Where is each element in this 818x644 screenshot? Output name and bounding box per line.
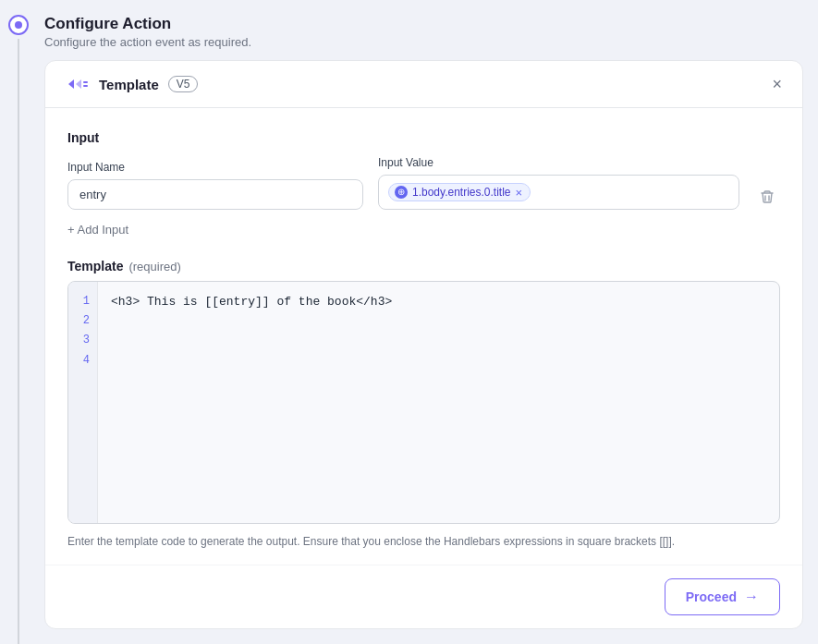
tag-text: 1.body.entries.0.title xyxy=(412,186,511,199)
code-line-3 xyxy=(111,332,766,351)
proceed-label: Proceed xyxy=(686,589,737,604)
code-editor-inner: 1 2 3 4 <h3> This is [[entry]] of the bo… xyxy=(68,282,779,523)
required-label: (required) xyxy=(128,260,180,273)
line-num-2: 2 xyxy=(76,312,90,330)
code-editor[interactable]: 1 2 3 4 <h3> This is [[entry]] of the bo… xyxy=(67,281,780,524)
code-line-1: <h3> This is [[entry]] of the book</h3> xyxy=(111,293,766,312)
card-body: Input Input Name Input Value 1.body.entr… xyxy=(45,108,802,565)
input-name-label: Input Name xyxy=(67,161,363,174)
main-content: Configure Action Configure the action ev… xyxy=(37,0,818,644)
line-numbers: 1 2 3 4 xyxy=(68,282,98,523)
code-content: <h3> This is [[entry]] of the book</h3> xyxy=(98,282,779,523)
trash-icon xyxy=(760,189,775,204)
proceed-arrow-icon: → xyxy=(744,589,759,605)
sidebar-step-indicator xyxy=(8,15,29,35)
hint-text: Enter the template code to generate the … xyxy=(67,533,780,550)
version-badge: V5 xyxy=(168,76,199,92)
template-label: Template xyxy=(67,259,123,273)
code-line-4 xyxy=(111,350,766,370)
template-section: Template (required) 1 2 3 4 <h3> This is… xyxy=(67,259,780,550)
value-tag: 1.body.entries.0.title × xyxy=(388,183,531,201)
input-name-field[interactable] xyxy=(67,179,363,210)
input-section-label: Input xyxy=(67,130,780,145)
sidebar xyxy=(0,0,37,644)
page-subtitle: Configure the action event as required. xyxy=(44,35,803,49)
input-row: Input Name Input Value 1.body.entries.0.… xyxy=(67,156,780,210)
delete-input-button[interactable] xyxy=(754,184,780,210)
input-name-group: Input Name xyxy=(67,161,363,210)
close-button[interactable]: × xyxy=(770,74,784,94)
add-input-button[interactable]: + Add Input xyxy=(67,219,780,240)
page-header: Configure Action Configure the action ev… xyxy=(44,15,803,49)
svg-rect-0 xyxy=(83,81,88,83)
template-label-row: Template (required) xyxy=(67,259,780,273)
line-num-4: 4 xyxy=(76,352,90,370)
template-icon xyxy=(64,74,90,94)
sidebar-line xyxy=(18,39,19,644)
input-value-group: Input Value 1.body.entries.0.title × xyxy=(378,156,739,210)
card-footer: Proceed → xyxy=(45,565,802,628)
card-title: Template xyxy=(99,77,159,92)
configure-action-card: Template V5 × Input Input Name Input Val… xyxy=(44,60,803,629)
code-line-2 xyxy=(111,312,766,332)
card-header-left: Template V5 xyxy=(64,74,198,94)
svg-rect-1 xyxy=(83,85,88,87)
input-value-field[interactable]: 1.body.entries.0.title × xyxy=(378,175,739,210)
card-header: Template V5 × xyxy=(45,61,802,108)
line-num-3: 3 xyxy=(76,332,90,349)
globe-icon xyxy=(395,186,408,199)
tag-close-button[interactable]: × xyxy=(516,187,523,199)
proceed-button[interactable]: Proceed → xyxy=(665,578,780,615)
input-value-label: Input Value xyxy=(378,156,739,169)
page-title: Configure Action xyxy=(44,15,803,33)
line-num-1: 1 xyxy=(76,293,90,310)
